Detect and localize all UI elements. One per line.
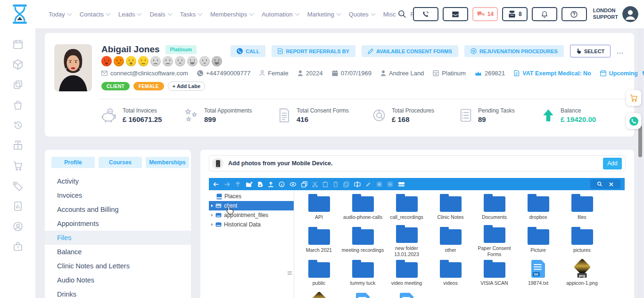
menu-item-drinks[interactable]: Drinks [45, 287, 191, 298]
clinicsoftware-logo[interactable] [10, 4, 29, 24]
file-item[interactable]: pictures [560, 225, 604, 258]
up-icon[interactable] [235, 181, 241, 187]
file-item[interactable]: pngappicon-1.png [560, 258, 604, 291]
duplicate-icon[interactable] [343, 181, 349, 187]
nav-item-automation[interactable]: Automation [262, 11, 299, 18]
inbox-button[interactable] [443, 7, 468, 21]
cart-icon[interactable] [12, 160, 24, 171]
file-item[interactable]: VISIA SCAN [472, 258, 516, 291]
info-icon[interactable] [279, 181, 285, 187]
tab-courses[interactable]: Courses [99, 157, 142, 168]
menu-item-invoices[interactable]: Invoices [45, 188, 191, 202]
dialer-button[interactable] [413, 7, 438, 21]
mood-face-icon[interactable] [199, 56, 210, 66]
briefcase-icon[interactable] [12, 241, 24, 252]
register-button[interactable]: 8 [502, 7, 528, 21]
call-button[interactable]: CALL [231, 45, 265, 57]
call-floating-button[interactable] [626, 113, 641, 129]
page-scrollbar-thumb[interactable] [638, 125, 642, 157]
nav-item-marketing[interactable]: Marketing [307, 11, 340, 18]
rename-icon[interactable] [354, 181, 361, 187]
paste-icon[interactable] [322, 181, 328, 187]
back-icon[interactable] [213, 181, 219, 187]
file-search-box[interactable] [590, 179, 620, 189]
file-item[interactable]: call_recordings [385, 192, 429, 225]
file-item[interactable]: Clinic Notes [429, 192, 472, 225]
tree-item-client[interactable]: client [209, 201, 294, 210]
tab-memberships[interactable]: Memberships [146, 157, 189, 168]
copy-icon[interactable] [301, 181, 307, 187]
select-button[interactable]: SELECT [570, 45, 611, 57]
report-referrals-button[interactable]: REPORT REFERRALS BY [272, 45, 355, 57]
file-item[interactable]: files [560, 192, 604, 225]
forward-icon[interactable] [224, 181, 230, 187]
new-folder-icon[interactable] [246, 181, 253, 187]
nav-item-leads[interactable]: Leads [118, 11, 141, 18]
file-item[interactable]: videos [429, 258, 472, 291]
file-item[interactable]: Documents [472, 192, 516, 225]
nav-item-deals[interactable]: Deals [149, 11, 171, 18]
more-actions-button[interactable]: ... [617, 48, 624, 55]
file-item[interactable]: video meeting [385, 258, 429, 291]
rejuvenation-button[interactable]: REJUVENATION PROCEDURES [464, 45, 564, 57]
copies-icon[interactable] [12, 79, 24, 90]
cut-icon[interactable] [312, 181, 318, 187]
file-item[interactable]: March 2021 [297, 225, 341, 258]
nav-item-tasks[interactable]: Tasks [180, 11, 202, 18]
file-item[interactable]: audio-phone-calls [341, 192, 385, 225]
mood-face-icon[interactable] [150, 56, 161, 66]
search-icon[interactable] [397, 9, 407, 19]
mood-face-icon[interactable] [126, 56, 136, 66]
expand-icon[interactable] [376, 181, 382, 187]
edit-pencil-icon[interactable] [365, 181, 372, 187]
tree-resize-handle-icon[interactable] [288, 271, 292, 272]
mood-face-icon[interactable] [175, 56, 185, 66]
new-file-icon[interactable] [257, 181, 263, 187]
tag-icon[interactable] [12, 180, 24, 192]
file-item[interactable] [385, 291, 429, 298]
mood-face-icon[interactable] [163, 56, 173, 66]
package-icon[interactable] [12, 59, 24, 70]
menu-item-clinic-notes[interactable]: Clinic Notes and Letters [45, 259, 191, 273]
add-label-button[interactable]: + Add Labe [168, 81, 205, 91]
consent-forms-button[interactable]: AVAILABLE CONSENT FORMS [362, 45, 458, 57]
menu-item-balance[interactable]: Balance [45, 245, 191, 259]
upload-icon[interactable] [268, 181, 274, 187]
menu-item-audio-notes[interactable]: Audio Notes [45, 273, 191, 287]
file-item[interactable]: meeting recordings [341, 225, 385, 258]
menu-item-activity[interactable]: Activity [45, 174, 191, 188]
file-item[interactable]: other [429, 225, 472, 258]
gift-icon[interactable] [12, 140, 24, 151]
file-item[interactable]: new folder 13.01.2023 [385, 225, 429, 258]
tab-profile[interactable]: Profile [51, 157, 95, 168]
collapse-icon[interactable] [387, 181, 393, 187]
file-item[interactable]: Picture [516, 225, 560, 258]
file-item[interactable] [341, 291, 385, 298]
cart-floating-button[interactable] [626, 90, 641, 106]
tree-item-appointment-files[interactable]: appointment_files [209, 210, 294, 220]
nav-item-today[interactable]: Today [49, 11, 71, 18]
nav-item-memberships[interactable]: Memberships [210, 11, 253, 18]
file-item[interactable] [297, 291, 341, 298]
mood-face-icon[interactable] [114, 56, 124, 66]
mood-face-icon[interactable] [138, 56, 149, 66]
file-item[interactable]: public [297, 258, 341, 291]
menu-item-appointments[interactable]: Appointments [45, 217, 191, 231]
mood-face-icon[interactable] [101, 56, 112, 66]
view-mode-icon[interactable] [398, 181, 405, 187]
user-clock-icon[interactable] [12, 221, 24, 232]
menu-item-accounts-and-billing[interactable]: Accounts and Billing [45, 202, 191, 217]
report-icon[interactable] [12, 201, 24, 212]
nav-item-contacts[interactable]: Contacts [80, 11, 110, 18]
add-button[interactable]: Add [603, 158, 622, 169]
calendar-icon[interactable] [12, 39, 24, 50]
preview-icon[interactable] [289, 181, 297, 187]
chat-button[interactable]: 14 [472, 7, 498, 21]
tree-item-historical-data[interactable]: Historical Data [209, 220, 294, 229]
mood-face-icon[interactable] [187, 56, 198, 66]
file-item[interactable]: txt19874.txt [516, 258, 560, 291]
notifications-button[interactable] [532, 7, 557, 21]
mood-face-icon[interactable] [212, 56, 222, 66]
file-item[interactable]: Paper Consent Forms [472, 225, 516, 258]
shopping-bag-icon[interactable] [12, 99, 24, 111]
